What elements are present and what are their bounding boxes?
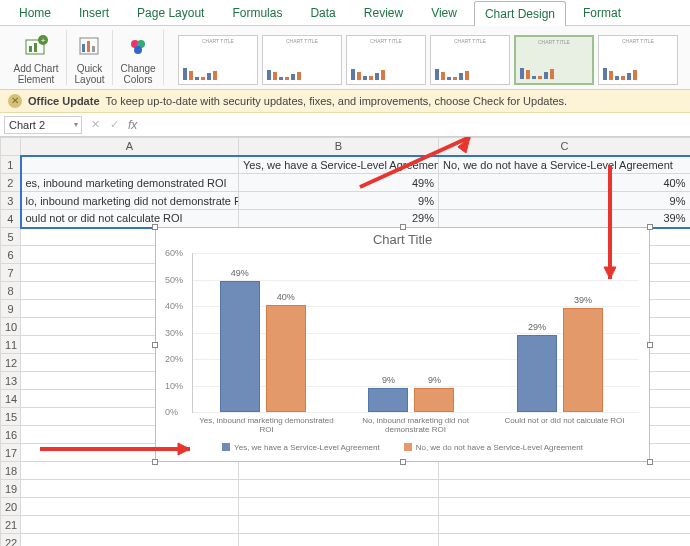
row-header[interactable]: 7 [1,264,21,282]
cell[interactable] [21,462,239,480]
chart-title[interactable]: Chart Title [156,228,649,251]
chart-bar[interactable]: 29% [517,335,557,412]
chart-style-thumb[interactable]: Chart Title [598,35,678,85]
row-header[interactable]: 13 [1,372,21,390]
row-header[interactable]: 10 [1,318,21,336]
tab-formulas[interactable]: Formulas [221,0,293,25]
resize-handle[interactable] [400,224,406,230]
quick-layout-button[interactable]: Quick Layout [67,30,113,85]
row-header[interactable]: 15 [1,408,21,426]
cancel-icon[interactable]: ✕ [86,118,105,131]
col-header-B[interactable]: B [239,138,439,156]
cell[interactable]: Yes, we have a Service-Level Agreement [239,156,439,174]
cell[interactable]: No, we do not have a Service-Level Agree… [439,156,691,174]
resize-handle[interactable] [647,342,653,348]
resize-handle[interactable] [647,459,653,465]
cell[interactable]: 9% [439,192,691,210]
add-chart-element-label: Add Chart Element [12,63,60,85]
cell[interactable] [21,498,239,516]
row-header[interactable]: 19 [1,480,21,498]
chart-bar[interactable]: 9% [414,388,454,412]
tab-insert[interactable]: Insert [68,0,120,25]
chart-legend[interactable]: Yes, we have a Service-Level AgreementNo… [156,443,649,452]
row-header[interactable]: 11 [1,336,21,354]
chart-style-gallery[interactable]: Chart TitleCHART TITLECHART TITLECHART T… [170,35,678,85]
col-header-A[interactable]: A [21,138,239,156]
cell[interactable] [21,516,239,534]
resize-handle[interactable] [400,459,406,465]
close-icon[interactable]: ✕ [8,94,22,108]
chart-style-thumb[interactable]: CHART TITLE [430,35,510,85]
row-header[interactable]: 1 [1,156,21,174]
fx-icon[interactable]: fx [124,118,141,132]
cell[interactable] [439,516,691,534]
tab-page-layout[interactable]: Page Layout [126,0,215,25]
chart-bar[interactable]: 39% [563,308,603,412]
chart-style-thumb[interactable]: CHART TITLE [262,35,342,85]
cell[interactable]: es, inbound marketing demonstrated ROI [21,174,239,192]
cell[interactable] [21,156,239,174]
select-all-corner[interactable] [1,138,21,156]
row-header[interactable]: 6 [1,246,21,264]
resize-handle[interactable] [647,224,653,230]
cell[interactable] [21,534,239,547]
tab-view[interactable]: View [420,0,468,25]
row-header[interactable]: 14 [1,390,21,408]
row-header[interactable]: 3 [1,192,21,210]
worksheet[interactable]: A B C 1Yes, we have a Service-Level Agre… [0,137,690,546]
chart-style-thumb[interactable]: CHART TITLE [346,35,426,85]
row-header[interactable]: 20 [1,498,21,516]
chart-legend-item[interactable]: Yes, we have a Service-Level Agreement [222,443,380,452]
embedded-chart[interactable]: Chart Title 0%10%20%30%40%50%60%49%40%9%… [155,227,650,462]
svg-rect-8 [92,46,95,52]
row-header[interactable]: 8 [1,282,21,300]
row-header[interactable]: 22 [1,534,21,547]
chart-y-tick: 30% [165,328,183,338]
tab-review[interactable]: Review [353,0,414,25]
row-header[interactable]: 18 [1,462,21,480]
cell[interactable]: ould not or did not calculate ROI [21,210,239,228]
cell[interactable]: 29% [239,210,439,228]
col-header-C[interactable]: C [439,138,691,156]
cell[interactable] [239,462,439,480]
enter-icon[interactable]: ✓ [105,118,124,131]
row-header[interactable]: 9 [1,300,21,318]
cell[interactable] [239,516,439,534]
cell[interactable] [239,534,439,547]
add-chart-element-button[interactable]: + Add Chart Element [6,30,67,85]
row-header[interactable]: 12 [1,354,21,372]
row-header[interactable]: 5 [1,228,21,246]
tab-home[interactable]: Home [8,0,62,25]
cell[interactable] [439,498,691,516]
row-header[interactable]: 4 [1,210,21,228]
formula-input[interactable] [141,117,690,133]
chart-plot-area[interactable]: 0%10%20%30%40%50%60%49%40%9%9%29%39% [192,253,639,413]
change-colors-button[interactable]: Change Colors [113,30,164,85]
chart-bar[interactable]: 9% [368,388,408,412]
resize-handle[interactable] [152,342,158,348]
resize-handle[interactable] [152,459,158,465]
cell[interactable] [439,534,691,547]
tab-chart-design[interactable]: Chart Design [474,1,566,26]
tab-format[interactable]: Format [572,0,632,25]
cell[interactable] [239,498,439,516]
chart-style-thumb[interactable]: Chart Title [178,35,258,85]
cell[interactable] [239,480,439,498]
name-box[interactable]: Chart 2 [4,116,82,134]
row-header[interactable]: 21 [1,516,21,534]
chart-style-thumb[interactable]: Chart Title [514,35,594,85]
chart-legend-item[interactable]: No, we do not have a Service-Level Agree… [404,443,583,452]
row-header[interactable]: 2 [1,174,21,192]
cell[interactable] [21,480,239,498]
resize-handle[interactable] [152,224,158,230]
row-header[interactable]: 16 [1,426,21,444]
chart-bar[interactable]: 49% [220,281,260,412]
row-header[interactable]: 17 [1,444,21,462]
cell[interactable]: 40% [439,174,691,192]
cell[interactable]: lo, inbound marketing did not demonstrat… [21,192,239,210]
chart-bar[interactable]: 40% [266,305,306,412]
cell[interactable] [439,480,691,498]
cell[interactable]: 9% [239,192,439,210]
cell[interactable]: 49% [239,174,439,192]
tab-data[interactable]: Data [299,0,346,25]
